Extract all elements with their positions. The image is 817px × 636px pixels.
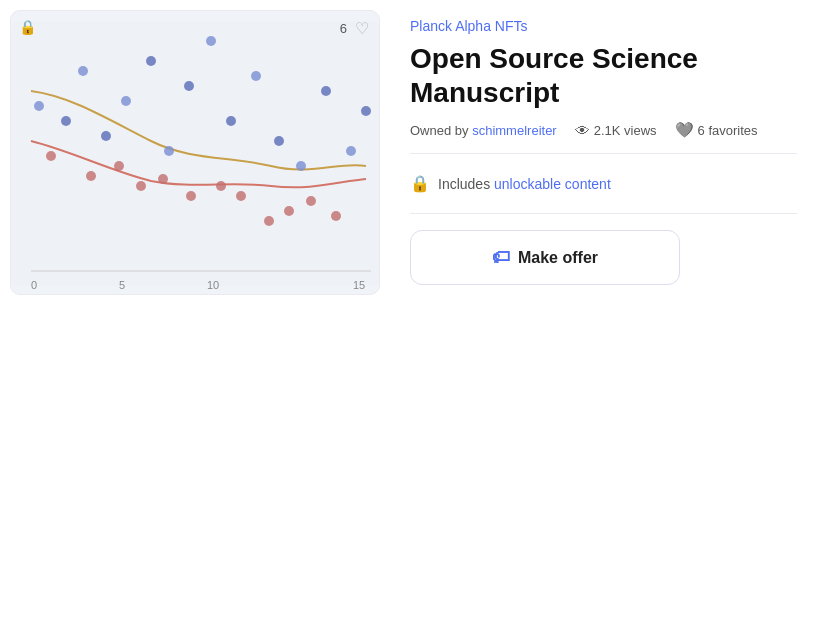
svg-point-27 [186, 191, 196, 201]
svg-point-31 [284, 206, 294, 216]
svg-point-11 [146, 56, 156, 66]
owned-by-label: Owned by schimmelreiter [410, 123, 557, 138]
favorites-item: 🩶 6 favorites [675, 121, 758, 139]
svg-point-18 [296, 161, 306, 171]
owner-link[interactable]: schimmelreiter [472, 123, 557, 138]
svg-point-9 [101, 131, 111, 141]
meta-row: Owned by schimmelreiter 👁 2.1K views 🩶 6… [410, 121, 797, 139]
svg-point-15 [226, 116, 236, 126]
svg-point-13 [184, 81, 194, 91]
svg-point-29 [236, 191, 246, 201]
heart-filled-icon: 🩶 [675, 121, 694, 139]
left-panel: 🔒 6 ♡ 0 5 10 15 [0, 0, 390, 636]
divider-2 [410, 213, 797, 214]
chart-container: 🔒 6 ♡ 0 5 10 15 [10, 10, 380, 295]
divider-1 [410, 153, 797, 154]
svg-point-19 [321, 86, 331, 96]
svg-text:10: 10 [207, 279, 219, 291]
svg-point-8 [78, 66, 88, 76]
svg-point-21 [361, 106, 371, 116]
scatter-chart: 0 5 10 15 [11, 11, 380, 295]
svg-point-16 [251, 71, 261, 81]
svg-point-17 [274, 136, 284, 146]
eye-icon: 👁 [575, 122, 590, 139]
chart-count: 6 [340, 21, 347, 36]
svg-point-6 [34, 101, 44, 111]
svg-rect-0 [11, 21, 380, 286]
unlockable-includes-label: Includes unlockable content [438, 176, 611, 192]
make-offer-button[interactable]: 🏷 Make offer [410, 230, 680, 285]
svg-text:0: 0 [31, 279, 37, 291]
lock-purple-icon: 🔒 [410, 174, 430, 193]
svg-point-26 [158, 174, 168, 184]
svg-point-23 [86, 171, 96, 181]
svg-text:5: 5 [119, 279, 125, 291]
lock-icon: 🔒 [19, 19, 36, 35]
svg-point-28 [216, 181, 226, 191]
right-panel: Planck Alpha NFTs Open Source Science Ma… [390, 0, 817, 636]
svg-point-25 [136, 181, 146, 191]
heart-icon[interactable]: ♡ [355, 19, 369, 38]
views-item: 👁 2.1K views [575, 122, 657, 139]
svg-point-33 [331, 211, 341, 221]
svg-point-32 [306, 196, 316, 206]
svg-point-30 [264, 216, 274, 226]
tag-icon: 🏷 [492, 247, 510, 268]
unlockable-link[interactable]: unlockable content [494, 176, 611, 192]
svg-point-14 [206, 36, 216, 46]
nft-title: Open Source Science Manuscript [410, 42, 797, 109]
svg-point-10 [121, 96, 131, 106]
svg-text:15: 15 [353, 279, 365, 291]
collection-name[interactable]: Planck Alpha NFTs [410, 18, 797, 34]
unlockable-row: 🔒 Includes unlockable content [410, 164, 797, 203]
svg-point-12 [164, 146, 174, 156]
svg-point-7 [61, 116, 71, 126]
make-offer-label: Make offer [518, 249, 598, 267]
svg-point-24 [114, 161, 124, 171]
svg-point-20 [346, 146, 356, 156]
svg-point-22 [46, 151, 56, 161]
